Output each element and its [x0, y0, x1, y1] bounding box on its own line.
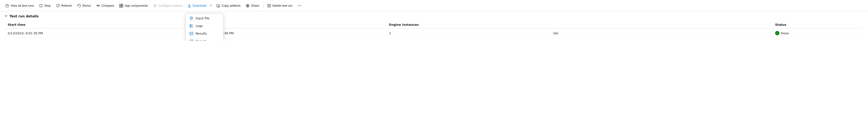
col-status: Status [772, 21, 863, 29]
separator [263, 3, 264, 8]
app-components-icon [119, 4, 123, 8]
toolbar: View all test runs Stop Refresh [0, 0, 868, 11]
svg-rect-5 [121, 4, 123, 5]
logs-icon [190, 24, 193, 28]
view-all-button[interactable]: View all test runs [3, 2, 36, 9]
chevron-down-icon [210, 4, 212, 7]
delete-button[interactable]: Delete test run [265, 2, 295, 9]
configure-metrics-label: Configure metrics [158, 4, 183, 7]
refresh-icon [56, 4, 60, 8]
input-file-label: Input file [196, 17, 210, 20]
cell-status: ✓ Done [772, 29, 863, 38]
status-done-container: ✓ Done [775, 31, 860, 35]
svg-rect-20 [190, 32, 193, 35]
cell-end-time: 5/13/2024, 9:02:38 PM [195, 29, 386, 38]
compare-label: Compare [101, 4, 114, 7]
rerun-button[interactable]: Rerun [75, 2, 93, 9]
app-components-button[interactable]: App components [117, 2, 150, 9]
more-label: ··· [298, 4, 302, 8]
report-icon [190, 39, 193, 41]
main-content: Test run details Start time End time Eng… [0, 11, 868, 41]
download-group: Download [186, 2, 214, 9]
input-file-icon [190, 17, 193, 20]
download-results-item[interactable]: Results [186, 30, 223, 37]
section-chevron-icon [5, 14, 8, 18]
configure-metrics-icon [153, 4, 157, 8]
refresh-label: Refresh [61, 4, 72, 7]
stop-button[interactable]: Stop [37, 2, 53, 9]
copy-artifacts-icon [216, 4, 220, 8]
stop-label: Stop [44, 4, 51, 7]
svg-rect-35 [268, 5, 271, 7]
copy-artifacts-button[interactable]: Copy artifacts [214, 2, 243, 9]
view-all-icon [5, 4, 9, 8]
col-end-time: End time [195, 21, 386, 29]
download-label: Download [193, 4, 207, 7]
view-all-label: View all test runs [10, 4, 34, 7]
cell-extra: ble [551, 29, 772, 38]
col-engine-instances: Engine instances [386, 21, 551, 29]
compare-icon [96, 4, 100, 8]
svg-rect-31 [217, 4, 219, 7]
rerun-label: Rerun [83, 4, 91, 7]
share-icon [246, 4, 250, 8]
table-row: 5/13/2024, 9:01:30 PM 5/13/2024, 9:02:38… [5, 29, 863, 38]
svg-rect-7 [121, 6, 123, 7]
results-icon [190, 32, 193, 35]
delete-label: Delete test run [272, 4, 293, 7]
copy-artifacts-label: Copy artifacts [221, 4, 240, 7]
share-label: Share [251, 4, 259, 7]
download-logs-item[interactable]: Logs [186, 22, 223, 30]
download-button[interactable]: Download [186, 2, 208, 9]
status-done-label: Done [781, 31, 789, 35]
configure-metrics-button[interactable]: Configure metrics [151, 2, 185, 9]
cell-engine-instances: 1 [386, 29, 551, 38]
col-start-time: Start time [5, 21, 195, 29]
section-header[interactable]: Test run details [5, 14, 863, 18]
section-title: Test run details [9, 14, 38, 18]
download-report-item[interactable]: Report [186, 37, 223, 41]
download-container: Download [186, 2, 214, 9]
col-extra [551, 21, 772, 29]
compare-button[interactable]: Compare [94, 2, 117, 9]
rerun-icon [77, 4, 81, 8]
table-header-row: Start time End time Engine instances Sta… [5, 21, 863, 29]
stop-icon [39, 4, 43, 8]
download-chevron-button[interactable] [208, 2, 213, 9]
delete-icon [267, 4, 271, 8]
download-input-file-item[interactable]: Input file [186, 14, 223, 22]
cell-start-time: 5/13/2024, 9:01:30 PM [5, 29, 195, 38]
svg-rect-1 [40, 4, 42, 7]
app-components-label: App components [125, 4, 148, 7]
logs-label: Logs [196, 24, 203, 28]
results-label: Results [196, 32, 207, 35]
svg-point-0 [6, 4, 9, 7]
download-icon [187, 4, 191, 8]
svg-point-8 [154, 5, 155, 6]
report-label: Report [196, 39, 206, 41]
status-done-icon: ✓ [775, 31, 779, 35]
svg-rect-4 [120, 4, 121, 5]
svg-rect-24 [190, 39, 193, 41]
more-button[interactable]: ··· [295, 2, 304, 9]
share-button[interactable]: Share [243, 2, 262, 9]
svg-rect-6 [120, 6, 121, 7]
test-run-table: Start time End time Engine instances Sta… [5, 21, 863, 38]
download-dropdown-menu: Input file Logs [186, 13, 224, 41]
refresh-button[interactable]: Refresh [54, 2, 74, 9]
